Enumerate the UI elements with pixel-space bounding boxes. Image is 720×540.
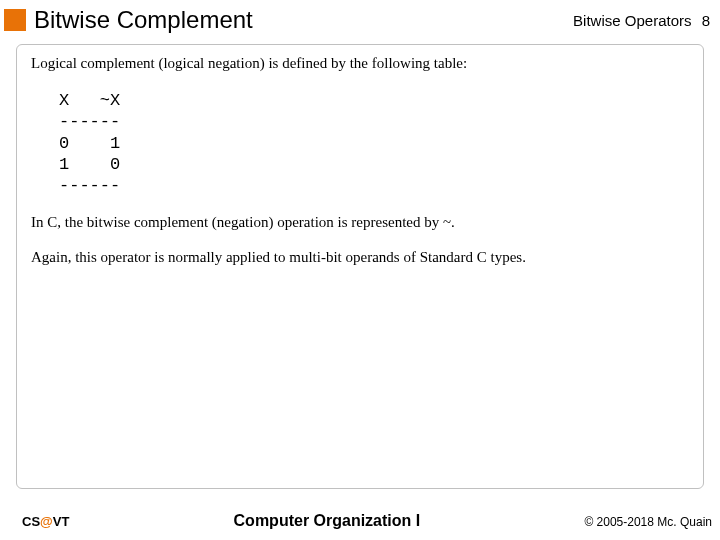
content-box: Logical complement (logical negation) is… [16, 44, 704, 489]
paragraph-1: In C, the bitwise complement (negation) … [31, 214, 689, 231]
slide: Bitwise Complement Bitwise Operators 8 L… [0, 0, 720, 540]
footer-left-suffix: VT [53, 514, 70, 529]
footer-center: Computer Organization I [69, 512, 584, 530]
header-right: Bitwise Operators 8 [573, 12, 710, 29]
slide-header: Bitwise Complement Bitwise Operators 8 [0, 0, 720, 44]
intro-text: Logical complement (logical negation) is… [31, 55, 689, 72]
footer-left: CS@VT [22, 514, 69, 529]
footer-at-symbol: @ [40, 514, 53, 529]
accent-square-icon [4, 9, 26, 31]
paragraph-2: Again, this operator is normally applied… [31, 249, 689, 266]
footer-left-prefix: CS [22, 514, 40, 529]
slide-title: Bitwise Complement [34, 6, 573, 34]
page-number: 8 [702, 12, 710, 29]
footer-copyright: © 2005-2018 Mc. Quain [584, 515, 712, 529]
truth-table: X ~X ------ 0 1 1 0 ------ [59, 90, 689, 196]
slide-footer: CS@VT Computer Organization I © 2005-201… [0, 512, 720, 530]
section-label: Bitwise Operators [573, 12, 691, 29]
